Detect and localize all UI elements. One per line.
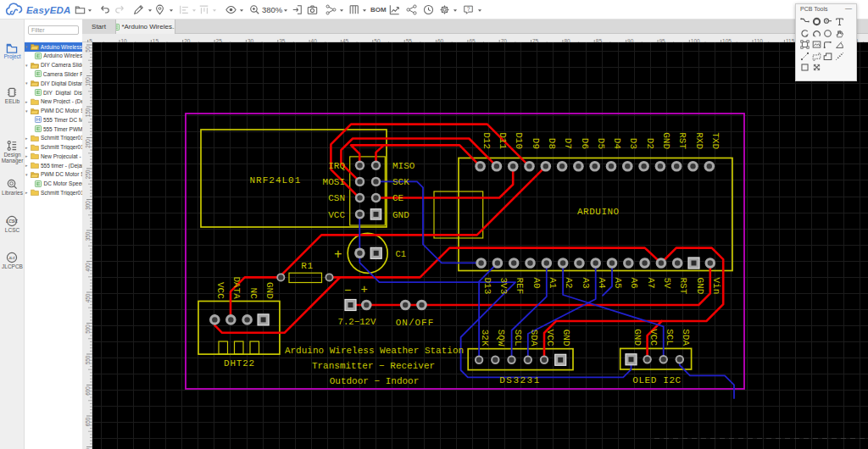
svg-text:A6: A6 [629,278,639,289]
svg-text:Arduino Wireless Weather Stati: Arduino Wireless Weather Station [285,346,464,356]
svg-text:GND: GND [661,132,671,149]
svg-text:200: 200 [85,139,91,148]
svg-text:A1: A1 [548,278,558,290]
svg-text:REF: REF [515,278,525,295]
svg-text:650: 650 [85,417,91,426]
svg-text:3V3: 3V3 [498,278,509,295]
svg-text:A2: A2 [564,278,574,289]
svg-text:GND: GND [264,282,275,299]
svg-text:250: 250 [85,169,91,179]
svg-text:A7: A7 [646,278,656,289]
svg-text:ARDUINO: ARDUINO [577,207,620,217]
svg-text:DS3231: DS3231 [499,375,541,385]
svg-text:D6: D6 [580,138,590,149]
svg-text:550: 550 [85,355,91,364]
svg-text:ON/OFF: ON/OFF [396,318,435,328]
svg-text:MOSI: MOSI [323,177,345,187]
svg-text:SCK: SCK [392,177,409,187]
svg-text:IRQ: IRQ [328,161,345,171]
svg-text:D13: D13 [482,278,492,295]
svg-text:Outdoor − Indoor: Outdoor − Indoor [330,376,420,386]
svg-text:JLC: JLC [8,256,16,260]
svg-text:7.2−12V: 7.2−12V [338,317,376,327]
svg-text:D10: D10 [514,132,524,149]
svg-text:150: 150 [85,108,91,117]
svg-text:SDA: SDA [681,329,691,346]
svg-text:+: + [334,247,342,263]
svg-text:RST: RST [677,132,687,149]
svg-text:VCC: VCC [215,282,225,299]
svg-text:VCC: VCC [328,210,345,220]
svg-text:D7: D7 [563,138,573,149]
svg-text:RST: RST [678,278,688,295]
svg-text:GND: GND [632,329,643,346]
svg-text:VCC: VCC [545,330,555,346]
svg-text:Transmitter − Receiver: Transmitter − Receiver [312,361,435,371]
svg-text:GND: GND [695,278,705,295]
svg-text:NRF24L01: NRF24L01 [250,175,302,186]
svg-text:D3: D3 [628,138,638,149]
svg-text:100: 100 [85,77,91,86]
svg-text:A5: A5 [613,278,623,289]
svg-text:TXD: TXD [710,132,721,149]
svg-text:?: ? [467,6,470,12]
svg-text:D11: D11 [498,132,508,149]
svg-text:C1: C1 [396,249,407,259]
svg-text:450: 450 [85,293,91,302]
svg-text:Vin: Vin [711,278,721,295]
svg-text:NC: NC [248,288,259,300]
svg-text:RXD: RXD [694,132,704,149]
svg-text:CE: CE [392,193,404,203]
svg-text:50: 50 [85,46,91,53]
svg-text:D9: D9 [531,138,541,149]
svg-text:R1: R1 [301,261,313,271]
svg-text:MISO: MISO [392,161,415,171]
svg-text:CSN: CSN [328,193,345,203]
svg-text:GND: GND [561,330,571,346]
svg-text:LCSC: LCSC [6,219,18,224]
svg-text:D2: D2 [645,138,655,149]
svg-text:SCL: SCL [665,329,675,346]
svg-text:300: 300 [85,201,91,210]
svg-text:5V: 5V [662,278,672,290]
svg-text:DHT22: DHT22 [224,358,255,369]
svg-text:350: 350 [85,231,91,241]
svg-text:D12: D12 [481,132,492,149]
svg-text:A3: A3 [581,278,591,289]
svg-text:400: 400 [85,263,91,272]
svg-text:VCC: VCC [648,329,659,346]
svg-text:D5: D5 [596,138,606,149]
svg-text:−: − [344,284,351,297]
svg-text:32K: 32K [480,330,490,346]
svg-text:+: + [361,283,368,297]
svg-text:600: 600 [85,386,91,396]
svg-text:500: 500 [85,324,91,334]
svg-text:D8: D8 [547,138,557,149]
svg-text:SQW: SQW [496,330,506,346]
svg-text:D4: D4 [612,138,622,150]
svg-text:SDA: SDA [529,330,539,346]
svg-text:SCL: SCL [513,330,523,346]
svg-text:DATA: DATA [231,276,242,299]
svg-text:A0: A0 [531,278,542,289]
svg-text:A4: A4 [597,278,607,290]
svg-text:GND: GND [392,210,409,220]
svg-text:OLED I2C: OLED I2C [632,375,682,385]
